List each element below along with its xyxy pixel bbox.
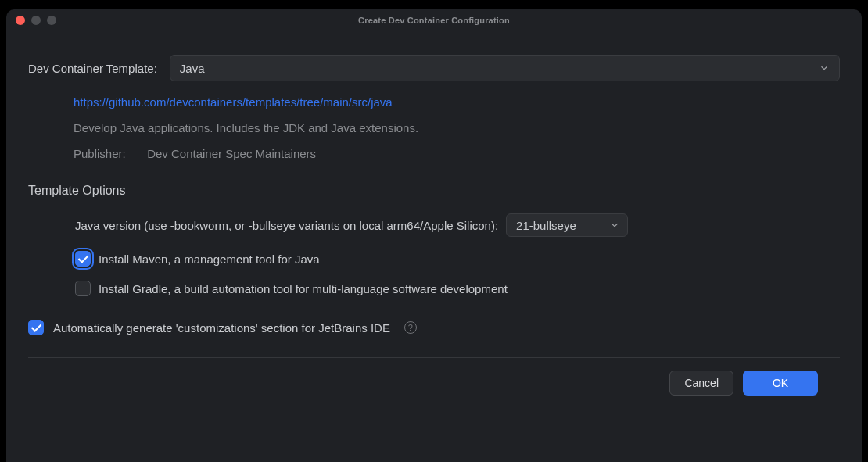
template-select[interactable]: Java	[170, 55, 840, 81]
template-options-title: Template Options	[28, 184, 840, 198]
publisher-value: Dev Container Spec Maintainers	[147, 147, 316, 160]
install-maven-label: Install Maven, a management tool for Jav…	[99, 252, 320, 266]
template-details: https://github.com/devcontainers/templat…	[28, 95, 840, 160]
dialog-content: Dev Container Template: Java https://git…	[6, 31, 862, 462]
install-maven-row: Install Maven, a management tool for Jav…	[75, 251, 840, 267]
install-gradle-label: Install Gradle, a build automation tool …	[99, 282, 508, 295]
publisher-row: Publisher: Dev Container Spec Maintainer…	[74, 147, 840, 160]
publisher-label: Publisher:	[74, 147, 144, 160]
auto-customizations-checkbox[interactable]	[28, 320, 44, 335]
java-version-row: Java version (use -bookworm, or -bullsey…	[75, 213, 840, 237]
install-gradle-checkbox[interactable]	[75, 281, 91, 296]
cancel-button[interactable]: Cancel	[669, 371, 733, 396]
dialog-footer: Cancel OK	[28, 358, 840, 396]
install-gradle-row: Install Gradle, a build automation tool …	[75, 281, 840, 296]
chevron-down-icon	[819, 63, 830, 73]
install-maven-checkbox[interactable]	[75, 251, 91, 267]
java-version-value: 21-bullseye	[507, 219, 601, 232]
help-icon[interactable]: ?	[404, 321, 417, 334]
java-version-select[interactable]: 21-bullseye	[506, 213, 628, 237]
java-version-dropdown-button[interactable]	[601, 214, 627, 236]
ok-button[interactable]: OK	[743, 371, 818, 396]
window-title: Create Dev Container Configuration	[6, 16, 862, 25]
template-row: Dev Container Template: Java	[28, 55, 840, 81]
titlebar: Create Dev Container Configuration	[6, 9, 862, 31]
template-description: Develop Java applications. Includes the …	[74, 121, 840, 134]
template-url-link[interactable]: https://github.com/devcontainers/templat…	[74, 95, 840, 109]
chevron-down-icon	[609, 220, 620, 231]
java-version-label: Java version (use -bookworm, or -bullsey…	[75, 219, 498, 232]
template-options: Java version (use -bookworm, or -bullsey…	[28, 213, 840, 296]
dialog-window: Create Dev Container Configuration Dev C…	[6, 9, 862, 462]
template-label: Dev Container Template:	[28, 62, 157, 75]
template-select-value: Java	[180, 62, 205, 75]
auto-customizations-row: Automatically generate 'customizations' …	[28, 320, 840, 335]
auto-customizations-label: Automatically generate 'customizations' …	[53, 321, 390, 335]
